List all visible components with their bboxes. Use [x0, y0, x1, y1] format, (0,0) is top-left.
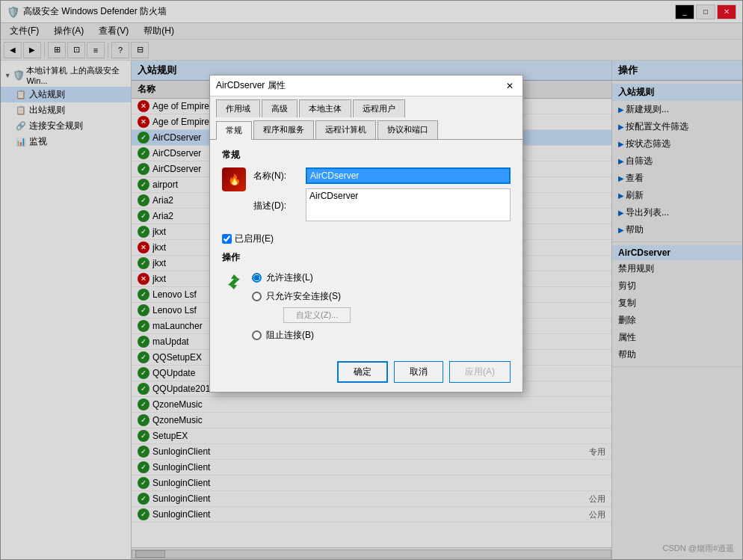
desc-label: 描述(D):: [253, 200, 306, 212]
name-row: 名称(N):: [253, 167, 511, 184]
ops-with-icon: 允许连接(L) 只允许安全连接(S) 自定义(Z)... 阻止连接(B): [222, 270, 511, 346]
dialog-buttons: 确定 取消 应用(A): [210, 355, 522, 392]
custom-btn-row: 自定义(Z)...: [268, 307, 511, 323]
tab-programs-services[interactable]: 程序和服务: [253, 120, 314, 139]
enabled-label: 已启用(E): [235, 233, 274, 245]
radio-secure-row: 只允许安全连接(S): [252, 289, 511, 304]
ops-section: 操作 允许连接(L): [222, 251, 511, 346]
name-label: 名称(N):: [253, 170, 306, 182]
desc-field-container: AirCDserver: [306, 188, 511, 224]
tab-scope[interactable]: 作用域: [216, 99, 260, 117]
radio-secure[interactable]: [252, 292, 262, 301]
customize-button[interactable]: 自定义(Z)...: [283, 307, 351, 323]
radio-block[interactable]: [252, 330, 262, 340]
dialog-overlay: AirCDserver 属性 ✕ 作用域 高级 本地主体 远程用户 常规 程序和…: [0, 0, 743, 560]
name-field-area: 名称(N): 描述(D): AirCDserver: [253, 167, 511, 228]
enabled-row: 已启用(E): [222, 233, 511, 245]
dialog-tabs-row1: 作用域 高级 本地主体 远程用户: [210, 96, 522, 117]
cancel-button[interactable]: 取消: [394, 361, 443, 383]
allow-connection-icon: [223, 271, 244, 292]
radio-options: 允许连接(L) 只允许安全连接(S) 自定义(Z)... 阻止连接(B): [252, 270, 511, 346]
app-icon-large: [222, 167, 246, 191]
tab-advanced[interactable]: 高级: [262, 99, 297, 117]
dialog-title: AirCDserver 属性: [216, 79, 286, 92]
radio-secure-label: 只允许安全连接(S): [266, 290, 341, 303]
tab-remote-computer[interactable]: 远程计算机: [315, 120, 376, 139]
ops-icon: [222, 270, 246, 294]
tab-general[interactable]: 常规: [216, 121, 252, 140]
name-area: 名称(N): 描述(D): AirCDserver: [222, 167, 511, 228]
section-ops-title: 操作: [222, 251, 511, 264]
desc-textarea[interactable]: AirCDserver: [306, 188, 511, 221]
enabled-checkbox[interactable]: [222, 234, 232, 244]
radio-allow[interactable]: [252, 273, 262, 283]
tab-local-subject[interactable]: 本地主体: [299, 99, 351, 117]
ok-button[interactable]: 确定: [337, 361, 388, 383]
apply-button[interactable]: 应用(A): [449, 361, 511, 383]
tab-remote-user[interactable]: 远程用户: [353, 99, 405, 117]
dialog-title-bar: AirCDserver 属性 ✕: [210, 76, 522, 96]
name-input[interactable]: [306, 167, 511, 184]
radio-block-row: 阻止连接(B): [252, 327, 511, 343]
watermark: CSDN @烟雨#逍遥: [662, 543, 734, 554]
radio-allow-label: 允许连接(L): [266, 271, 313, 284]
dialog-content: 常规 名称(N): 描述(D): AirCDserver: [210, 140, 522, 355]
radio-allow-row: 允许连接(L): [252, 270, 511, 286]
tab-protocol-port[interactable]: 协议和端口: [377, 120, 438, 139]
dialog-close-button[interactable]: ✕: [503, 79, 517, 93]
properties-dialog: AirCDserver 属性 ✕ 作用域 高级 本地主体 远程用户 常规 程序和…: [209, 75, 523, 393]
dialog-tabs-row2: 常规 程序和服务 远程计算机 协议和端口: [210, 117, 522, 140]
desc-row: 描述(D): AirCDserver: [253, 188, 511, 224]
radio-block-label: 阻止连接(B): [266, 329, 314, 342]
section-general-title: 常规: [222, 149, 511, 161]
